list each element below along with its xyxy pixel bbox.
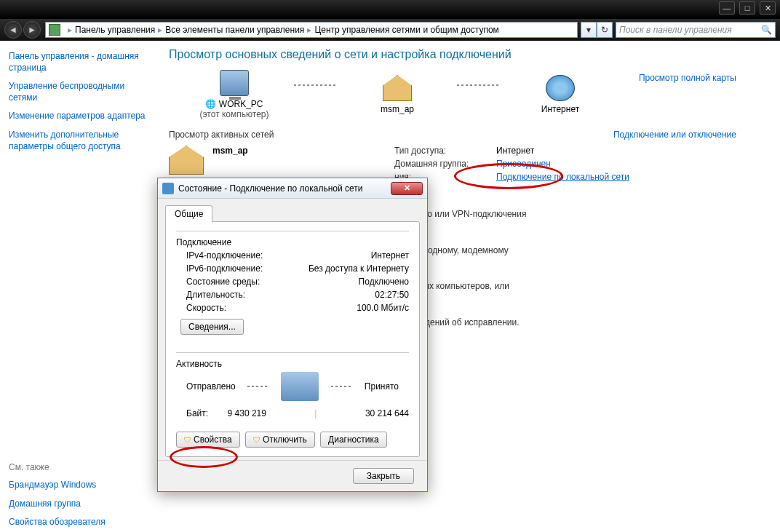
bytes-sent: 9 430 219	[228, 408, 266, 418]
control-panel-icon	[49, 24, 60, 36]
network-name: msm_ap	[212, 146, 248, 156]
bytes-received: 30 214 644	[365, 408, 409, 418]
dialog-icon	[162, 183, 174, 194]
address-bar[interactable]: ▸ Панель управления ▸ Все элементы панел…	[45, 22, 578, 38]
lan-connection-link[interactable]: Подключение по локальной сети	[496, 172, 629, 182]
internet-icon	[546, 75, 575, 101]
full-map-link[interactable]: Просмотр полной карты	[639, 73, 736, 119]
see-also-label: См. также	[9, 462, 146, 472]
bytes-key: Байт:	[186, 408, 208, 418]
globe-mark: 🌐	[205, 99, 216, 109]
homegroup-value[interactable]: Присоединен	[496, 159, 551, 169]
properties-button[interactable]: Свойства	[176, 432, 240, 448]
received-label: Принято	[365, 381, 399, 392]
duration-key: Длительность:	[186, 290, 245, 300]
minimize-button[interactable]: —	[719, 1, 735, 15]
breadcrumb-1[interactable]: Панель управления	[75, 25, 155, 35]
speed-value: 100.0 Мбит/с	[357, 303, 409, 313]
activity-line-icon	[247, 386, 269, 387]
access-type-key: Тип доступа:	[394, 146, 496, 156]
access-type-value: Интернет	[496, 146, 534, 156]
duration-value: 02:27:50	[375, 290, 409, 300]
window-chrome: — □ ✕	[0, 0, 780, 19]
tab-general[interactable]: Общие	[165, 205, 212, 222]
maximize-button[interactable]: □	[739, 1, 755, 15]
connection-group-label: Подключение	[176, 237, 236, 247]
sidebar-wifi[interactable]: Управление беспроводными сетями	[9, 81, 146, 103]
topo-line-icon	[457, 84, 501, 86]
disable-button[interactable]: Отключить	[245, 432, 315, 448]
topo-line-icon	[294, 84, 338, 86]
sidebar: Панель управления - домашняя страница Уп…	[0, 41, 154, 532]
obscured-text: , прямого или VPN-подключения му, провод…	[394, 202, 765, 335]
media-value: Подключено	[359, 277, 409, 287]
status-dialog: Состояние - Подключение по локальной сет…	[157, 178, 428, 492]
dialog-title: Состояние - Подключение по локальной сет…	[178, 183, 363, 194]
sidebar-sharing[interactable]: Изменить дополнительные параметры общего…	[9, 130, 146, 152]
sent-label: Отправлено	[186, 381, 236, 392]
search-input[interactable]: Поиск в панели управления 🔍	[616, 22, 776, 38]
diagnostics-button[interactable]: Диагностика	[320, 432, 387, 448]
activity-pc-icon	[281, 372, 319, 401]
network-house-icon	[169, 146, 204, 175]
ipv6-key: IPv6-подключение:	[186, 263, 263, 274]
forward-button[interactable]: ►	[23, 21, 41, 39]
active-networks-label: Просмотр активных сетей	[169, 130, 274, 140]
sidebar-adapter[interactable]: Изменение параметров адаптера	[9, 111, 146, 122]
dialog-close-button[interactable]: ✕	[391, 182, 423, 195]
back-button[interactable]: ◄	[4, 21, 22, 39]
pc-sub: (этот компьютер)	[191, 109, 278, 119]
sidebar-ie[interactable]: Свойства обозревателя	[9, 517, 146, 528]
dialog-titlebar[interactable]: Состояние - Подключение по локальной сет…	[158, 178, 427, 199]
homegroup-key: Домашняя группа:	[394, 159, 496, 169]
address-dropdown[interactable]: ▾	[581, 22, 597, 38]
network-topology: 🌐 WORK_PC (этот компьютер) msm_ap Интерн…	[191, 70, 604, 119]
explorer-toolbar: ◄ ► ▸ Панель управления ▸ Все элементы п…	[0, 19, 780, 41]
pc-icon	[220, 70, 249, 96]
ipv6-value: Без доступа к Интернету	[309, 263, 409, 274]
activity-line-icon	[331, 386, 353, 387]
connect-disconnect-link[interactable]: Подключение или отключение	[613, 130, 736, 140]
refresh-button[interactable]: ↻	[597, 22, 613, 38]
breadcrumb-2[interactable]: Все элементы панели управления	[165, 25, 304, 35]
sidebar-home[interactable]: Панель управления - домашняя страница	[9, 51, 146, 74]
search-icon: 🔍	[761, 25, 772, 35]
sidebar-homegroup[interactable]: Домашняя группа	[9, 499, 146, 510]
router-icon	[383, 75, 412, 101]
ipv4-key: IPv4-подключение:	[186, 250, 263, 261]
sidebar-firewall[interactable]: Брандмауэр Windows	[9, 480, 146, 491]
activity-group-label: Активность	[176, 359, 226, 369]
details-button[interactable]: Сведения...	[180, 319, 244, 335]
close-window-button[interactable]: ✕	[760, 1, 776, 15]
media-key: Состояние среды:	[186, 277, 260, 287]
pc-name: WORK_PC	[219, 99, 263, 109]
page-title: Просмотр основных сведений о сети и наст…	[169, 48, 765, 61]
breadcrumb-3[interactable]: Центр управления сетями и общим доступом	[314, 25, 499, 35]
internet-label: Интернет	[517, 104, 604, 114]
search-placeholder: Поиск в панели управления	[619, 25, 732, 35]
speed-key: Скорость:	[186, 303, 226, 313]
ap-name: msm_ap	[354, 104, 441, 114]
close-button[interactable]: Закрыть	[353, 468, 414, 484]
ipv4-value: Интернет	[371, 250, 409, 261]
